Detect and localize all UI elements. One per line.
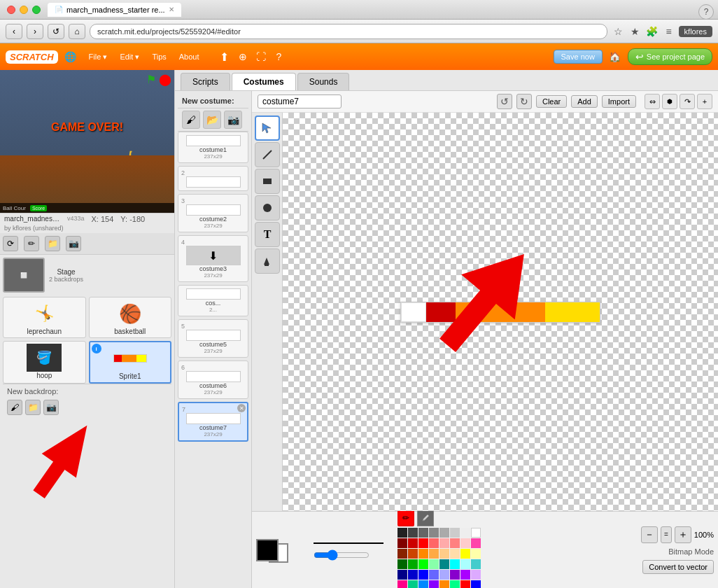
color-brightblue[interactable] (418, 570, 428, 580)
color-blue[interactable] (408, 570, 418, 580)
color-pink[interactable] (429, 538, 439, 548)
upload-sprite-btn[interactable]: 📁 (45, 236, 60, 251)
expand-icon[interactable]: + (697, 94, 712, 109)
upload-backdrop-btn[interactable]: 📁 (25, 400, 41, 415)
costume-entry-6[interactable]: 6 costume6 237x29 (178, 360, 248, 399)
tab-close-icon[interactable]: ✕ (169, 6, 174, 13)
import-costume-btn[interactable]: 📂 (203, 111, 221, 129)
star-icon[interactable]: ★ (628, 24, 642, 38)
zoom-out-btn[interactable]: － (641, 526, 658, 543)
color-darkred[interactable] (397, 538, 407, 548)
address-bar[interactable]: scratch.mit.edu/projects/52559204/#edito… (90, 24, 607, 39)
color-peach[interactable] (439, 549, 449, 559)
color-spec1[interactable] (397, 580, 407, 588)
color-teal[interactable] (439, 559, 449, 569)
browser-tab[interactable]: 📄 march_madness_starter re... ✕ (48, 3, 181, 17)
draw-sprite-btn[interactable]: ✏ (24, 236, 39, 251)
color-spec3[interactable] (418, 580, 428, 588)
color-spec8[interactable] (471, 580, 481, 588)
add-btn[interactable]: Add (571, 95, 598, 108)
color-pencil-icon[interactable]: ✏ (397, 510, 414, 526)
sprite-item-sprite1[interactable]: i Sprite1 (89, 341, 172, 384)
opacity-slider[interactable] (314, 550, 369, 561)
color-cyan[interactable] (450, 559, 460, 569)
color-lightgray1[interactable] (439, 528, 449, 538)
scripts-tab[interactable]: Scripts (181, 73, 230, 90)
color-maroon[interactable] (397, 549, 407, 559)
fill-tool-btn[interactable] (255, 248, 280, 274)
forward-btn[interactable]: › (27, 24, 43, 39)
edit-menu[interactable]: Edit ▾ (114, 50, 145, 64)
color-red[interactable] (408, 538, 418, 548)
color-darkorange[interactable] (408, 549, 418, 559)
color-brightred[interactable] (418, 538, 428, 548)
color-darkblue[interactable] (397, 570, 407, 580)
sprite-item-hoop[interactable]: 🪣 hoop (3, 341, 86, 384)
color-lightgray2[interactable] (450, 528, 460, 538)
see-project-button[interactable]: ↩ See project page (628, 48, 712, 65)
camera-backdrop-btn[interactable]: 📷 (43, 400, 59, 415)
profile-button[interactable]: kflores (679, 26, 712, 37)
color-lightblue[interactable] (429, 570, 439, 580)
line-tool-btn[interactable] (255, 142, 280, 167)
color-skyblue[interactable] (439, 570, 449, 580)
sprite-item-basketball[interactable]: 🏀 basketball (89, 297, 172, 338)
color-yellow[interactable] (460, 549, 470, 559)
stage-item[interactable]: ⬜ Stage 2 backdrops (3, 258, 171, 293)
text-tool-btn[interactable]: T (255, 222, 280, 247)
color-spec7[interactable] (460, 580, 470, 588)
costume-entry-7[interactable]: ✕ 7 costume7 237x29 (178, 402, 248, 442)
color-lavender[interactable] (471, 570, 481, 580)
circle-tool-btn[interactable] (255, 195, 280, 220)
color-darkgray1[interactable] (408, 528, 418, 538)
close-window-btn[interactable] (7, 6, 15, 14)
color-purple[interactable] (450, 570, 460, 580)
costume-entry-2[interactable]: 2 (178, 166, 248, 191)
reload-btn[interactable]: ↺ (48, 24, 64, 39)
color-verylight[interactable] (460, 528, 470, 538)
color-darkgreen[interactable] (397, 559, 407, 569)
camera-sprite-btn[interactable]: 📷 (66, 236, 81, 251)
flip-vertical-icon[interactable]: ⬢ (662, 94, 677, 109)
eyedropper-icon[interactable] (417, 510, 434, 526)
minimize-window-btn[interactable] (20, 6, 28, 14)
color-black[interactable] (397, 528, 407, 538)
help-icon[interactable]: ? (272, 50, 286, 64)
color-spec5[interactable] (439, 580, 449, 588)
camera-costume-btn[interactable]: 📷 (224, 111, 242, 129)
costumes-tab[interactable]: Costumes (232, 73, 296, 90)
rotate-sprite-btn[interactable]: ⟳ (3, 236, 18, 251)
scratch-account-icon[interactable]: 🏠 (608, 50, 622, 64)
color-salmon[interactable] (450, 538, 460, 548)
color-aqua[interactable] (471, 559, 481, 569)
maximize-window-btn[interactable] (32, 6, 41, 14)
paint-costume-btn[interactable]: 🖌 (182, 111, 200, 129)
rotate-icon[interactable]: ↷ (680, 94, 695, 109)
costume-close-btn[interactable]: ✕ (237, 404, 246, 412)
save-now-button[interactable]: Save now (554, 50, 603, 64)
costume-entry-3[interactable]: 3 costume2 237x29 (178, 194, 248, 232)
back-btn[interactable]: ‹ (6, 24, 22, 39)
about-menu[interactable]: About (174, 50, 205, 64)
color-green[interactable] (408, 559, 418, 569)
color-lightpink[interactable] (439, 538, 449, 548)
menu-icon[interactable]: ≡ (662, 24, 676, 38)
redo-btn[interactable]: ↻ (516, 94, 532, 109)
convert-btn[interactable]: Convert to vector (642, 560, 714, 574)
home-btn[interactable]: ⌂ (69, 24, 85, 39)
costume-entry-1[interactable]: costume1 237x29 (178, 132, 248, 163)
color-spec4[interactable] (429, 580, 439, 588)
green-flag-btn[interactable]: ⚑ (146, 73, 156, 86)
rect-tool-btn[interactable] (255, 169, 280, 194)
color-rose[interactable] (460, 538, 470, 548)
costume-entry-4b[interactable]: cos... 2... (178, 285, 248, 316)
color-mint[interactable] (429, 559, 439, 569)
flip-horizontal-icon[interactable]: ⇔ (645, 94, 660, 109)
resize-icon[interactable]: ⊕ (236, 50, 250, 64)
color-lightyellow[interactable] (471, 549, 481, 559)
color-tan[interactable] (450, 549, 460, 559)
fullscreen-icon[interactable]: ⛶ (254, 50, 268, 64)
color-spec6[interactable] (450, 580, 460, 588)
color-darkgray2[interactable] (418, 528, 428, 538)
color-white[interactable] (471, 528, 481, 538)
